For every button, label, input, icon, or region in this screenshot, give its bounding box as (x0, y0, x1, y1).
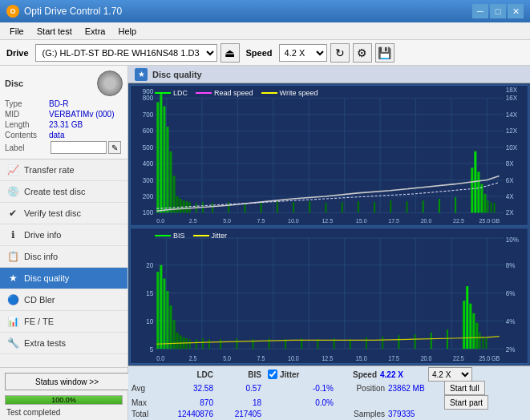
svg-text:12X: 12X (506, 127, 518, 135)
close-button[interactable]: ✕ (508, 4, 524, 18)
menu-extra[interactable]: Extra (79, 25, 112, 38)
svg-text:10: 10 (146, 317, 153, 325)
svg-rect-136 (475, 323, 478, 349)
stats-avg-bis: 0.57 (220, 384, 268, 393)
svg-rect-22 (160, 94, 162, 212)
svg-text:2.5: 2.5 (189, 218, 197, 224)
start-part-button[interactable]: Start part (444, 395, 488, 410)
stats-avg-pos-value: 23862 MB (388, 384, 444, 393)
svg-text:0.0: 0.0 (156, 218, 164, 224)
extra-tests-icon: 🔧 (6, 337, 19, 349)
nav-disc-info-label: Disc info (24, 252, 58, 261)
bottom-chart-svg: 5 10 15 20 2% 4% 6% 8% 10% 0.0 2.5 5.0 7… (131, 228, 528, 363)
save-button[interactable]: 💾 (375, 43, 394, 63)
svg-rect-57 (494, 203, 496, 212)
nav-drive-info[interactable]: ℹ Drive info (0, 224, 127, 246)
svg-text:7.5: 7.5 (257, 218, 265, 224)
disc-length-label: Length (5, 120, 49, 129)
stats-max-row: Max 870 18 0.0% Start part (131, 395, 527, 410)
svg-text:0.0: 0.0 (156, 354, 164, 362)
svg-text:15: 15 (146, 289, 153, 297)
stats-total-label: Total (131, 410, 164, 418)
svg-rect-31 (189, 202, 191, 212)
svg-rect-24 (166, 127, 168, 212)
eject-button[interactable]: ⏏ (220, 43, 240, 63)
stats-max-jitter: 0.0% (268, 398, 340, 407)
stats-avg-pos-label: Position (340, 384, 388, 393)
svg-text:700: 700 (143, 111, 154, 119)
svg-text:100: 100 (143, 209, 154, 216)
stats-speed-select[interactable]: 4.2 X (428, 367, 472, 382)
svg-text:10X: 10X (506, 144, 518, 151)
svg-rect-105 (163, 278, 165, 349)
maximize-button[interactable]: □ (490, 4, 506, 18)
svg-rect-52 (477, 172, 479, 212)
stats-samples-value: 379335 (388, 410, 444, 418)
bis-legend-dot (155, 235, 171, 236)
svg-rect-37 (261, 202, 262, 212)
disc-quality-icon: ★ (6, 272, 19, 285)
bottom-chart: BIS Jitter (130, 228, 528, 364)
svg-text:25.0 GB: 25.0 GB (479, 218, 500, 224)
disc-title: Disc (5, 79, 23, 88)
svg-rect-133 (466, 286, 468, 349)
nav-disc-info[interactable]: 📋 Disc info (0, 246, 127, 268)
svg-rect-134 (469, 303, 471, 348)
menu-help[interactable]: Help (111, 25, 143, 38)
nav-transfer-rate[interactable]: 📈 Transfer rate (0, 160, 127, 181)
stats-bis-header: BIS (220, 370, 268, 379)
drive-select[interactable]: (G:) HL-DT-ST BD-RE WH16NS48 1.D3 (35, 44, 217, 62)
app-icon: O (6, 5, 19, 18)
jitter-checkbox[interactable] (268, 370, 277, 379)
minimize-button[interactable]: ─ (472, 4, 488, 18)
nav-cd-bler-label: CD Bler (24, 295, 55, 305)
drive-label: Drive (3, 48, 32, 58)
svg-rect-44 (374, 202, 375, 212)
svg-rect-53 (480, 184, 483, 213)
refresh-button[interactable]: ↻ (330, 43, 350, 63)
svg-rect-27 (176, 196, 179, 212)
svg-text:22.5: 22.5 (453, 354, 464, 362)
svg-rect-137 (479, 333, 480, 349)
svg-rect-106 (166, 291, 168, 349)
svg-rect-34 (212, 203, 213, 212)
speed-select[interactable]: 4.2 X (279, 44, 327, 62)
svg-text:2.5: 2.5 (189, 354, 197, 362)
disc-mid-value: VERBATIMv (000) (49, 110, 115, 119)
nav-disc-quality[interactable]: ★ Disc quality (0, 268, 127, 289)
svg-rect-120 (269, 338, 270, 349)
nav-verify-test-disc[interactable]: ✔ Verify test disc (0, 203, 127, 224)
svg-rect-47 (423, 200, 424, 212)
status-window-button[interactable]: Status window >> (5, 373, 129, 390)
nav-fe-te[interactable]: 📊 FE / TE (0, 311, 127, 333)
write-speed-legend-dot (261, 92, 277, 94)
disc-label-input[interactable] (51, 141, 107, 154)
stats-jitter-header: Jitter (280, 370, 299, 379)
svg-text:14X: 14X (506, 111, 518, 119)
nav-cd-bler[interactable]: 🔵 CD Bler (0, 289, 127, 311)
nav-create-test-disc[interactable]: 💿 Create test disc (0, 181, 127, 203)
nav-extra-tests[interactable]: 🔧 Extra tests (0, 333, 127, 354)
top-chart: LDC Read speed Write speed (130, 85, 528, 226)
svg-rect-116 (208, 339, 210, 349)
settings-button[interactable]: ⚙ (353, 43, 372, 63)
svg-rect-109 (176, 333, 179, 349)
svg-rect-23 (163, 107, 165, 213)
menu-bar: File Start test Extra Help (0, 22, 530, 40)
svg-rect-128 (398, 335, 399, 349)
disc-label-edit-button[interactable]: ✎ (108, 141, 121, 154)
nav-extra-tests-label: Extra tests (24, 338, 66, 348)
menu-start-test[interactable]: Start test (30, 25, 79, 38)
nav-drive-info-label: Drive info (24, 230, 61, 240)
verify-test-disc-icon: ✔ (6, 207, 19, 220)
stats-avg-ldc: 32.58 (164, 384, 220, 393)
jitter-legend-dot (193, 235, 209, 236)
menu-file[interactable]: File (3, 25, 30, 38)
svg-text:8%: 8% (506, 260, 516, 269)
start-full-button[interactable]: Start full (444, 381, 485, 395)
progress-bar-wrap: 100.0% (5, 395, 123, 405)
create-test-disc-icon: 💿 (6, 185, 19, 198)
svg-rect-126 (366, 337, 367, 349)
stats-total-row: Total 12440876 217405 Samples 379335 (131, 410, 527, 418)
bottom-chart-legend: BIS Jitter (155, 232, 227, 240)
